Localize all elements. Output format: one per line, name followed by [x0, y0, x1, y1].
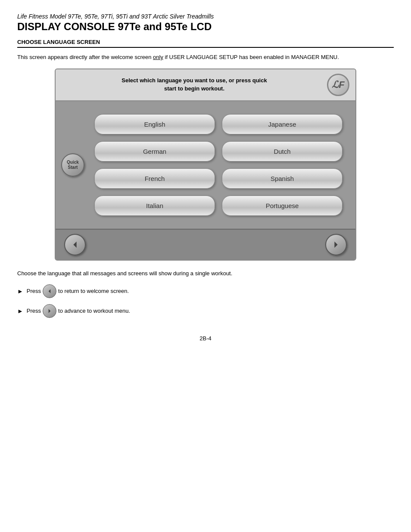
- language-button-spanish[interactable]: Spanish: [222, 168, 342, 189]
- language-button-japanese[interactable]: Japanese: [222, 114, 342, 134]
- language-button-portuguese[interactable]: Portuguese: [222, 196, 342, 216]
- back-nav-button[interactable]: [64, 234, 86, 255]
- doc-subtitle: Life Fitness Model 97Te, 95Te, 97Ti, 95T…: [17, 13, 394, 20]
- bullet-item-forward: ► Press to advance to workout menu.: [17, 304, 394, 318]
- svg-marker-2: [49, 289, 51, 293]
- lf-logo: ℒF: [327, 74, 349, 96]
- console-header: Select which language you want to use, o…: [56, 69, 355, 101]
- inline-forward-button[interactable]: [43, 304, 56, 318]
- svg-marker-0: [73, 241, 76, 248]
- quick-start-button[interactable]: QuickStart: [61, 153, 84, 177]
- console-display: Select which language you want to use, o…: [55, 68, 356, 261]
- forward-nav-button[interactable]: [325, 234, 347, 255]
- language-grid: English Japanese German Dutch French Spa…: [90, 110, 347, 220]
- language-button-dutch[interactable]: Dutch: [222, 141, 342, 162]
- description-text: Choose the language that all messages an…: [17, 269, 394, 278]
- language-button-italian[interactable]: Italian: [94, 196, 215, 216]
- console-header-text: Select which language you want to use, o…: [62, 77, 327, 92]
- language-button-german[interactable]: German: [94, 141, 215, 162]
- bullet-arrow-2: ►: [17, 307, 23, 316]
- console-footer: [56, 229, 355, 260]
- svg-marker-3: [49, 309, 51, 313]
- doc-title: DISPLAY CONSOLE 97Te and 95Te LCD: [17, 21, 394, 33]
- bullet-arrow-1: ►: [17, 287, 23, 296]
- inline-back-button[interactable]: [43, 284, 56, 298]
- language-button-french[interactable]: French: [94, 168, 215, 189]
- language-button-english[interactable]: English: [94, 114, 215, 134]
- console-main: QuickStart English Japanese German Dutch…: [56, 101, 355, 229]
- page-number: 2B-4: [17, 335, 394, 342]
- bullet-item-back: ► Press to return to welcome screen.: [17, 284, 394, 298]
- section-header: CHOOSE LANGUAGE SCREEN: [17, 39, 394, 48]
- intro-text: This screen appears directly after the w…: [17, 53, 394, 62]
- quick-start-area: QuickStart: [56, 153, 90, 177]
- svg-marker-1: [334, 241, 337, 248]
